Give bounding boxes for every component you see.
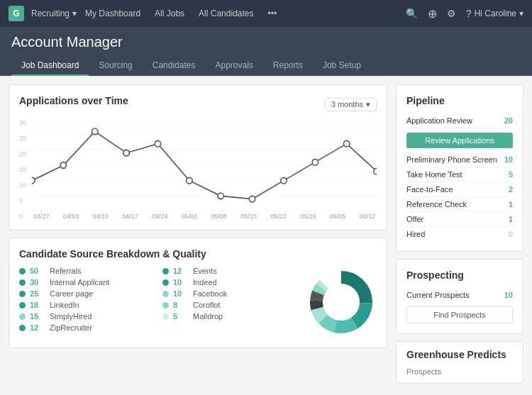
user-menu[interactable]: Hi Caroline ▾ [475,9,523,18]
svg-point-16 [312,159,318,165]
pipeline-title: Pipeline [406,95,513,106]
svg-point-15 [281,177,287,184]
dot-icon [162,268,169,274]
applications-over-time-card: Applications over Time 3 months ▾ 30 25 … [9,84,387,230]
tab-job-dashboard[interactable]: Job Dashboard [11,56,89,76]
search-icon[interactable]: 🔍 [406,8,418,19]
source-list-left: 50 Referrals 30 Internal Applicant 25 Ca… [19,267,155,338]
dot-icon [162,279,169,286]
svg-point-17 [344,140,350,147]
tab-candidates[interactable]: Candidates [143,56,206,76]
find-prospects-button[interactable]: Find Prospects [406,306,513,323]
list-item: 15 SimplyHired [19,312,155,321]
chart-wrapper: 30 25 20 15 10 5 0 [19,119,377,220]
nav-more[interactable]: ••• [262,9,283,18]
prospecting-title: Prospecting [406,269,513,281]
list-item: 10 Facebook [162,289,299,298]
svg-point-18 [374,168,377,174]
dot-icon [19,313,26,320]
left-panel: Applications over Time 3 months ▾ 30 25 … [9,84,387,395]
nav-icons: 🔍 ⊕ ⚙ ? [406,7,472,21]
list-item: 50 Referrals [19,267,155,275]
brand-logo: G [9,6,24,21]
nav-all-candidates[interactable]: All Candidates [193,9,259,18]
source-title: Candidate Source Breakdown & Quality [19,248,377,260]
list-item: 8 Coroflot [162,301,299,309]
greenhouse-predicts-card: Greenhouse Predicts Prospects [396,341,523,384]
page-title: Account Manager [11,34,521,56]
svg-point-14 [249,196,255,202]
svg-point-7 [32,177,35,184]
pipeline-item-take-home: Take Home Test 5 [406,167,513,182]
list-item: 10 Indeed [162,278,299,286]
list-item: 18 LinkedIn [19,301,155,309]
chart-title: Applications over Time [19,95,128,106]
pipeline-item-app-review: Application Review 20 [406,113,513,128]
chart-area [32,119,377,211]
time-filter-dropdown[interactable]: 3 months ▾ [325,98,377,111]
nav-all-jobs[interactable]: All Jobs [149,9,190,18]
line-chart-svg [32,119,377,211]
top-nav: G Recruiting ▾ My Dashboard All Jobs All… [0,0,532,27]
main-content: Applications over Time 3 months ▾ 30 25 … [0,76,532,395]
review-applications-button[interactable]: Review Applications [406,133,513,148]
list-item: 12 Events [162,267,299,275]
pipeline-item-face-to-face: Face-to-Face 2 [406,182,513,197]
list-item: 12 ZipRecruiter [19,323,155,332]
dot-icon [162,302,169,308]
source-breakdown-card: Candidate Source Breakdown & Quality 50 … [9,238,387,348]
predicts-subtitle: Prospects [406,367,513,376]
add-icon[interactable]: ⊕ [428,7,437,21]
tab-reports[interactable]: Reports [263,56,313,76]
right-panel: Pipeline Application Review 20 Review Ap… [396,84,523,395]
svg-point-13 [218,193,223,199]
predicts-title: Greenhouse Predicts [406,349,513,360]
pipeline-item-hired: Hired 0 [406,227,513,241]
help-icon[interactable]: ? [466,8,472,19]
donut-svg [306,267,377,338]
donut-chart [306,267,377,338]
dot-icon [162,313,169,320]
svg-point-11 [155,140,160,147]
pipeline-item-phone-screen: Preliminary Phone Screen 10 [406,152,513,167]
pipeline-item-offer: Offer 1 [406,212,513,227]
dot-icon [19,325,26,331]
svg-point-28 [326,286,357,318]
svg-point-8 [60,162,66,169]
y-axis-labels: 30 25 20 15 10 5 0 [19,119,31,220]
sub-nav: Job Dashboard Sourcing Candidates Approv… [11,56,521,76]
dot-icon [19,279,26,286]
recruiting-dropdown[interactable]: Recruiting ▾ [31,9,77,18]
chevron-down-icon: ▾ [366,100,370,109]
tab-sourcing[interactable]: Sourcing [89,56,142,76]
tab-job-setup[interactable]: Job Setup [313,56,371,76]
svg-point-10 [123,150,129,156]
dot-icon [19,291,26,297]
dot-icon [19,302,26,308]
pipeline-item-reference: Reference Check 1 [406,197,513,212]
settings-icon[interactable]: ⚙ [447,8,456,19]
prospects-item: Current Prospects 10 [406,288,513,302]
x-axis-labels: 03/27 04/03 04/10 04/17 04/24 05/01 05/0… [32,213,377,220]
nav-my-dashboard[interactable]: My Dashboard [79,9,146,18]
svg-point-9 [92,128,98,135]
list-item: 25 Career page [19,289,155,298]
list-item: 30 Internal Applicant [19,278,155,286]
svg-point-12 [187,177,192,184]
source-list-right: 12 Events 10 Indeed 10 Facebook [162,267,299,338]
source-grid: 50 Referrals 30 Internal Applicant 25 Ca… [19,267,377,338]
list-item: 5 Maildrop [162,312,299,321]
tab-approvals[interactable]: Approvals [205,56,262,76]
page-header: Account Manager Job Dashboard Sourcing C… [0,27,532,76]
pipeline-card: Pipeline Application Review 20 Review Ap… [396,84,523,252]
dot-icon [162,291,169,297]
dot-icon [19,268,26,274]
prospecting-card: Prospecting Current Prospects 10 Find Pr… [396,259,523,334]
